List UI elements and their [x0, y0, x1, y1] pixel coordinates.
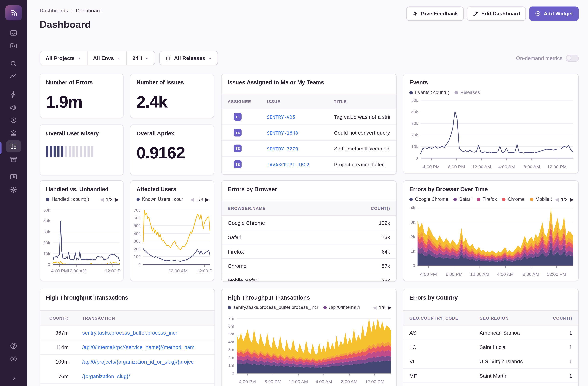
sidebar-item-dashboards[interactable] — [6, 140, 21, 153]
avatar[interactable]: TE — [234, 145, 242, 153]
table-row[interactable]: Google Chrome132k — [222, 216, 396, 230]
widget-handled-vs-unhandled[interactable]: Handled vs. Unhandled Handled : count( )… — [40, 180, 124, 281]
sidebar-item-projects[interactable] — [6, 40, 21, 51]
sidebar-item-issues[interactable] — [6, 27, 21, 38]
table-row[interactable]: LCSaint Lucia1 — [403, 340, 578, 354]
transaction-link[interactable]: /api/0/projects/{organization_id_or_slug… — [82, 359, 209, 365]
legend-item[interactable]: Events : count( ) — [409, 90, 449, 95]
column-header[interactable]: COUNT() — [46, 316, 69, 320]
releases-filter[interactable]: All Releases — [159, 51, 218, 65]
widget-user-misery[interactable]: Overall User Misery — [40, 125, 124, 176]
sidebar-item-traces[interactable] — [6, 71, 21, 82]
widget-affected-users[interactable]: Affected Users Known Users : cour◀1/3▶ 0… — [130, 180, 214, 281]
table-row[interactable]: 76m/{organization_slug}/ — [40, 369, 214, 384]
add-widget-button[interactable]: Add Widget — [529, 6, 579, 21]
legend-item[interactable]: /api/0/internal/r — [323, 305, 360, 310]
pencil-icon — [473, 10, 479, 17]
legend-item[interactable]: Firefox — [477, 197, 497, 202]
table-row[interactable]: 109m/api/0/projects/{organization_id_or_… — [40, 355, 214, 369]
table-row[interactable]: TEJAVASCRIPT-1BG2Project creation failed — [222, 157, 396, 172]
table-row[interactable]: Chrome57k — [222, 259, 396, 273]
give-feedback-button[interactable]: Give Feedback — [406, 6, 464, 21]
legend-item[interactable]: Google Chrome — [409, 197, 448, 202]
table-row[interactable]: 114m/api/0/internal/rpc/{service_name}/{… — [40, 340, 214, 355]
widget-number-of-issues[interactable]: Number of Issues 2.4k — [130, 73, 214, 118]
transaction-link[interactable]: sentry.tasks.process_buffer.process_incr — [82, 330, 209, 336]
svg-text:6m: 6m — [228, 324, 234, 328]
widget-issues-assigned[interactable]: Issues Assigned to Me or My Teams ASSIGN… — [221, 73, 397, 175]
legend-item[interactable]: Chrome — [502, 197, 524, 202]
legend-dot-icon — [323, 306, 327, 309]
column-header[interactable]: COUNT() — [356, 206, 390, 211]
column-header[interactable]: GEO.COUNTRY_CODE — [409, 316, 480, 320]
legend-item[interactable]: Known Users : cour — [137, 197, 183, 202]
widget-number-of-errors[interactable]: Number of Errors 1.9m — [40, 73, 124, 118]
column-header[interactable]: ASSIGNEE — [228, 99, 267, 104]
transaction-link[interactable]: /{organization_slug}/ — [82, 373, 209, 379]
column-header[interactable]: BROWSER.NAME — [228, 206, 356, 211]
sidebar-item-search[interactable] — [6, 58, 21, 69]
table-row[interactable]: TESENTRY-16H8Could not convert query — [222, 125, 396, 141]
transaction-link[interactable]: /api/0/internal/rpc/{service_name}/{meth… — [82, 344, 209, 350]
column-header[interactable]: TITLE — [334, 99, 390, 104]
legend-item[interactable]: Handled : count( ) — [46, 197, 89, 202]
issue-link[interactable]: JAVASCRIPT-1BG2 — [267, 161, 309, 167]
table-row[interactable]: TESENTRY-VD5Tag value was not a string — [222, 109, 396, 125]
widget-high-throughput-chart[interactable]: High Throughput Transactions sentry.task… — [221, 289, 397, 386]
next-series-icon[interactable]: ▶ — [570, 196, 574, 202]
avatar[interactable]: TE — [234, 160, 242, 168]
sentry-logo[interactable] — [5, 5, 22, 20]
legend-item[interactable]: Releases — [455, 90, 480, 95]
widget-high-throughput-table[interactable]: High Throughput Transactions COUNT()TRAN… — [40, 289, 215, 386]
edit-dashboard-button[interactable]: Edit Dashboard — [467, 6, 526, 21]
sidebar-collapse-toggle[interactable] — [6, 373, 21, 384]
table-row[interactable]: ASAmerican Samoa1 — [403, 325, 578, 340]
next-series-icon[interactable]: ▶ — [206, 196, 209, 202]
column-header[interactable]: COUNT() — [546, 316, 572, 320]
widget-errors-by-browser[interactable]: Errors by Browser BROWSER.NAMECOUNT()Goo… — [221, 180, 397, 282]
prev-series-icon[interactable]: ◀ — [373, 305, 377, 310]
legend-item[interactable]: Safari — [453, 197, 471, 202]
column-header[interactable]: TRANSACTION — [82, 316, 209, 320]
table-row[interactable]: TESENTRY-32ZQSoftTimeLimitExceeded — [222, 141, 396, 157]
prev-series-icon[interactable]: ◀ — [190, 196, 194, 202]
next-series-icon[interactable]: ▶ — [388, 305, 392, 310]
table-row[interactable]: Mobile Safari33k — [222, 273, 396, 282]
breadcrumb-dashboards[interactable]: Dashboards — [40, 7, 68, 14]
legend-item[interactable]: sentry.tasks.process_buffer.process_incr — [228, 305, 318, 310]
sidebar-item-replays[interactable] — [6, 115, 21, 126]
table-row[interactable]: Firefox64k — [222, 244, 396, 259]
widget-apdex[interactable]: Overall Apdex 0.9162 — [130, 125, 214, 176]
avatar[interactable]: TE — [234, 129, 242, 137]
assignee-cell: TE — [228, 113, 267, 121]
avatar[interactable]: TE — [234, 113, 242, 121]
sidebar-item-alerts[interactable] — [6, 128, 21, 139]
sidebar-item-performance[interactable] — [6, 89, 21, 100]
sidebar-item-settings[interactable] — [6, 184, 21, 195]
column-header[interactable]: GEO.REGION — [480, 316, 546, 320]
prev-series-icon[interactable]: ◀ — [100, 196, 104, 202]
environment-filter[interactable]: All Envs — [87, 51, 126, 65]
table-row[interactable]: Safari73k — [222, 230, 396, 244]
sidebar-item-help[interactable] — [6, 340, 21, 351]
widget-events-chart[interactable]: Events Events : count( )Releases 010k20k… — [403, 73, 579, 174]
project-filter[interactable]: All Projects — [40, 51, 87, 65]
widget-errors-by-country[interactable]: Errors by Country GEO.COUNTRY_CODEGEO.RE… — [403, 289, 579, 386]
legend-item[interactable]: Mobile S — [530, 197, 552, 202]
issue-link[interactable]: SENTRY-16H8 — [267, 130, 298, 136]
time-range-filter[interactable]: 24H — [127, 51, 155, 65]
sidebar-item-releases[interactable] — [6, 154, 21, 165]
table-row[interactable]: 367msentry.tasks.process_buffer.process_… — [40, 325, 214, 340]
issue-link[interactable]: SENTRY-32ZQ — [267, 146, 298, 152]
next-series-icon[interactable]: ▶ — [115, 196, 119, 202]
ondemand-metrics-toggle[interactable] — [566, 55, 579, 62]
sidebar-item-whats-new[interactable] — [6, 353, 21, 364]
table-row[interactable]: MFSaint Martin1 — [403, 369, 578, 383]
issue-link[interactable]: SENTRY-VD5 — [267, 114, 295, 120]
sidebar-item-feedback[interactable] — [6, 102, 21, 113]
table-row[interactable]: VIU.S. Virgin Islands1 — [403, 354, 578, 368]
sidebar-item-stats[interactable] — [6, 171, 21, 182]
prev-series-icon[interactable]: ◀ — [555, 196, 559, 202]
column-header[interactable]: ISSUE — [267, 99, 334, 104]
widget-errors-by-browser-over-time[interactable]: Errors by Browser Over Time Google Chrom… — [403, 180, 579, 281]
